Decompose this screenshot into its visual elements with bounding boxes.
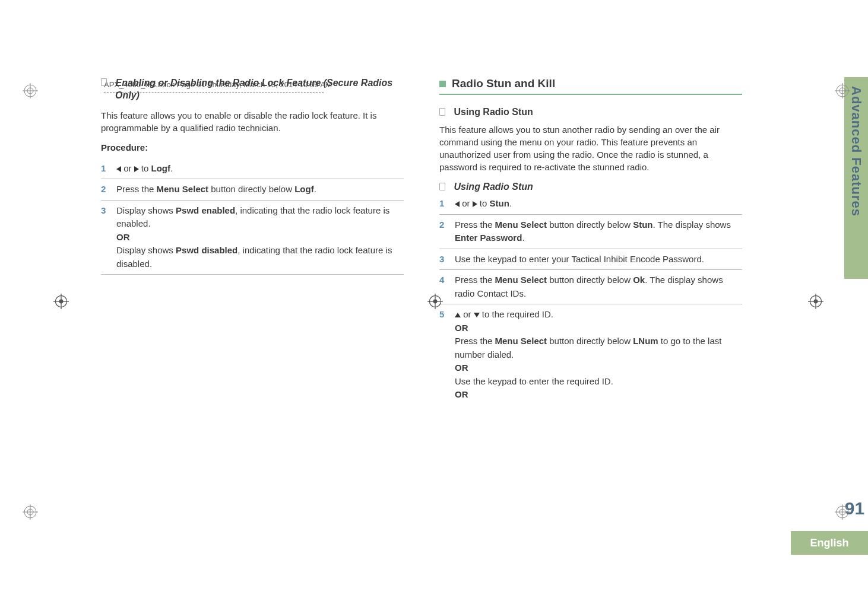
step-pre: Press the [116,184,157,194]
step-number: 3 [101,204,116,218]
left-intro: This feature allows you to enable or dis… [101,109,404,134]
main-heading-text: Radio Stun and Kill [452,77,555,90]
sub-heading: Using Radio Stun [454,107,742,117]
crosshair-mark-icon [427,294,443,309]
menu-select-label: Menu Select [157,184,209,194]
ui-label: Ok [633,275,645,285]
svg-point-27 [814,300,818,304]
step-number: 4 [439,274,455,287]
main-heading: Radio Stun and Kill [439,77,742,90]
right-intro: This feature allows you to stun another … [439,123,742,173]
step-line1-pre: Display shows [116,205,176,215]
ui-label: Logf [151,163,170,173]
arrow-left-icon [455,201,460,207]
language-label: English [810,537,848,549]
arrow-left-icon [116,166,121,172]
step-mid: to [480,198,490,208]
square-bullet-icon [439,81,446,87]
line3: Use the keypad to enter the required ID. [455,376,613,386]
or-text: or [123,163,134,173]
crosshair-mark-icon [53,294,69,309]
step-number: 1 [439,197,455,211]
or-label: OR [116,232,130,242]
left-heading-text: Enabling or Disabling the Radio Lock Fea… [115,78,392,100]
right-step-2: 2 Press the Menu Select button directly … [439,215,742,249]
ui-label: Logf [294,184,313,194]
side-tab-label: Advanced Features [848,86,864,217]
registration-mark-icon [835,504,850,520]
step-post: . [522,233,524,243]
sub-heading-2-text: Using Radio Stun [454,182,533,192]
arrow-right-icon [473,201,477,207]
step-mid: to the required ID. [482,309,553,319]
arrow-up-icon [455,313,461,317]
left-heading: Enabling or Disabling the Radio Lock Fea… [115,77,404,102]
crosshair-mark-icon [808,294,823,309]
step-pre: Press the [455,275,495,285]
line2-pre: Press the [455,336,495,346]
language-box: English [791,531,868,555]
ui-label: Pswd enabled [176,205,235,215]
step-post: . [170,163,173,173]
right-step-5: 5 or to the required ID. OR Press the Me… [439,304,742,405]
doc-icon [439,108,445,116]
step-number: 2 [439,218,455,232]
right-column: Radio Stun and Kill Using Radio Stun Thi… [439,77,742,405]
or-label: OR [455,323,468,333]
svg-point-19 [59,300,64,304]
left-step-1: 1 or to Logf. [101,158,404,180]
left-step-2: 2 Press the Menu Select button directly … [101,179,404,201]
step-pre: Press the [455,220,495,230]
step-text: to [141,163,151,173]
or-label: OR [455,389,468,399]
ui-label: LNum [633,336,658,346]
left-column: Enabling or Disabling the Radio Lock Fea… [101,77,404,405]
step-post: . [314,184,316,194]
step-mid2: . The display shows [652,220,730,230]
line2-mid: button directly below [549,336,633,346]
arrow-down-icon [474,313,480,317]
step-mid1: button directly below [549,220,633,230]
left-step-3: 3 Display shows Pswd enabled, indicating… [101,201,404,275]
or-text: or [463,309,474,319]
doc-icon [101,78,107,86]
step-post: . [509,198,512,208]
registration-mark-icon [23,504,38,520]
ui-label: Stun [490,198,509,208]
arrow-right-icon [134,166,139,172]
step-mid: button directly below [549,275,633,285]
ui-label: Pswd disabled [176,245,237,255]
right-step-4: 4 Press the Menu Select button directly … [439,270,742,304]
step-mid: button directly below [211,184,294,194]
step-number: 5 [439,308,455,322]
heading-rule [439,94,742,95]
ui-label: Enter Password [455,233,522,243]
menu-select-label: Menu Select [495,220,547,230]
ui-label: Stun [633,220,652,230]
sub-heading-text: Using Radio Stun [454,107,533,117]
svg-point-23 [433,300,438,304]
step-number: 1 [101,162,116,176]
right-step-3: 3 Use the keypad to enter your Tactical … [439,249,742,271]
step-text: Use the keypad to enter your Tactical In… [455,253,742,266]
or-label: OR [455,362,468,373]
procedure-label: Procedure: [101,142,404,152]
menu-select-label: Menu Select [495,336,547,346]
step-number: 2 [101,183,116,196]
registration-mark-icon [23,83,38,98]
right-step-1: 1 or to Stun. [439,193,742,215]
step-number: 3 [439,253,455,266]
step-line2-pre: Display shows [116,245,176,255]
sub-heading-2: Using Radio Stun [454,182,742,192]
registration-mark-icon [835,83,850,98]
menu-select-label: Menu Select [495,275,547,285]
or-text: or [462,198,473,208]
doc-icon [439,183,445,190]
